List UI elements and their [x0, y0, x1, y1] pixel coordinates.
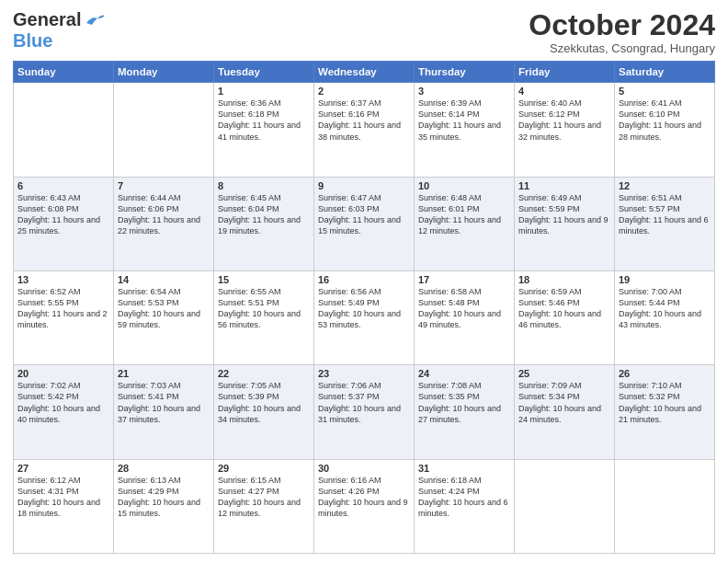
day-info: Sunrise: 6:43 AMSunset: 6:08 PMDaylight:…	[17, 192, 109, 237]
table-row: 29Sunrise: 6:15 AMSunset: 4:27 PMDayligh…	[214, 459, 314, 553]
col-saturday: Saturday	[615, 62, 715, 83]
day-number: 23	[318, 368, 410, 379]
calendar-week-row: 20Sunrise: 7:02 AMSunset: 5:42 PMDayligh…	[14, 365, 715, 459]
location-subtitle: Szekkutas, Csongrad, Hungary	[529, 41, 715, 55]
logo-text: GeneralBlue	[13, 9, 81, 52]
header: GeneralBlue October 2024 Szekkutas, Cson…	[13, 9, 715, 55]
table-row: 22Sunrise: 7:05 AMSunset: 5:39 PMDayligh…	[214, 365, 314, 459]
table-row: 21Sunrise: 7:03 AMSunset: 5:41 PMDayligh…	[114, 365, 214, 459]
table-row: 17Sunrise: 6:58 AMSunset: 5:48 PMDayligh…	[415, 270, 515, 364]
day-number: 10	[418, 180, 510, 191]
day-number: 1	[218, 86, 310, 97]
table-row: 15Sunrise: 6:55 AMSunset: 5:51 PMDayligh…	[214, 270, 314, 364]
day-number: 6	[17, 180, 109, 191]
day-info: Sunrise: 6:40 AMSunset: 6:12 PMDaylight:…	[518, 98, 610, 143]
day-info: Sunrise: 6:58 AMSunset: 5:48 PMDaylight:…	[418, 286, 510, 331]
table-row: 4Sunrise: 6:40 AMSunset: 6:12 PMDaylight…	[515, 83, 615, 177]
day-info: Sunrise: 6:54 AMSunset: 5:53 PMDaylight:…	[118, 286, 210, 331]
day-info: Sunrise: 6:49 AMSunset: 5:59 PMDaylight:…	[518, 192, 610, 237]
table-row	[515, 459, 615, 553]
day-info: Sunrise: 7:10 AMSunset: 5:32 PMDaylight:…	[619, 380, 711, 425]
day-info: Sunrise: 7:08 AMSunset: 5:35 PMDaylight:…	[418, 380, 510, 425]
day-number: 3	[418, 86, 510, 97]
day-number: 22	[218, 368, 310, 379]
table-row: 27Sunrise: 6:12 AMSunset: 4:31 PMDayligh…	[14, 459, 114, 553]
table-row: 28Sunrise: 6:13 AMSunset: 4:29 PMDayligh…	[114, 459, 214, 553]
table-row: 11Sunrise: 6:49 AMSunset: 5:59 PMDayligh…	[515, 177, 615, 270]
day-number: 4	[518, 86, 610, 97]
table-row	[114, 83, 214, 177]
title-section: October 2024 Szekkutas, Csongrad, Hungar…	[529, 9, 715, 55]
day-number: 29	[218, 463, 310, 474]
day-number: 31	[418, 463, 510, 474]
day-info: Sunrise: 6:39 AMSunset: 6:14 PMDaylight:…	[418, 98, 510, 143]
table-row: 5Sunrise: 6:41 AMSunset: 6:10 PMDaylight…	[615, 83, 715, 177]
day-info: Sunrise: 6:47 AMSunset: 6:03 PMDaylight:…	[318, 192, 410, 237]
month-title: October 2024	[529, 9, 715, 41]
table-row: 9Sunrise: 6:47 AMSunset: 6:03 PMDaylight…	[314, 177, 415, 270]
day-info: Sunrise: 7:06 AMSunset: 5:37 PMDaylight:…	[318, 380, 410, 425]
table-row: 6Sunrise: 6:43 AMSunset: 6:08 PMDaylight…	[14, 177, 114, 270]
day-info: Sunrise: 6:48 AMSunset: 6:01 PMDaylight:…	[418, 192, 510, 237]
calendar-week-row: 13Sunrise: 6:52 AMSunset: 5:55 PMDayligh…	[14, 270, 715, 364]
day-info: Sunrise: 6:16 AMSunset: 4:26 PMDaylight:…	[318, 475, 410, 520]
day-info: Sunrise: 7:09 AMSunset: 5:34 PMDaylight:…	[518, 380, 610, 425]
day-info: Sunrise: 6:12 AMSunset: 4:31 PMDaylight:…	[17, 475, 109, 520]
day-number: 24	[418, 368, 510, 379]
table-row: 10Sunrise: 6:48 AMSunset: 6:01 PMDayligh…	[415, 177, 515, 270]
col-thursday: Thursday	[415, 62, 515, 83]
day-info: Sunrise: 6:51 AMSunset: 5:57 PMDaylight:…	[619, 192, 711, 237]
day-number: 19	[619, 274, 711, 285]
table-row: 26Sunrise: 7:10 AMSunset: 5:32 PMDayligh…	[615, 365, 715, 459]
calendar-week-row: 6Sunrise: 6:43 AMSunset: 6:08 PMDaylight…	[14, 177, 715, 270]
day-number: 7	[118, 180, 210, 191]
day-number: 25	[518, 368, 610, 379]
table-row: 1Sunrise: 6:36 AMSunset: 6:18 PMDaylight…	[214, 83, 314, 177]
table-row: 8Sunrise: 6:45 AMSunset: 6:04 PMDaylight…	[214, 177, 314, 270]
table-row: 14Sunrise: 6:54 AMSunset: 5:53 PMDayligh…	[114, 270, 214, 364]
day-number: 5	[619, 86, 711, 97]
day-number: 2	[318, 86, 410, 97]
day-info: Sunrise: 7:05 AMSunset: 5:39 PMDaylight:…	[218, 380, 310, 425]
day-number: 26	[619, 368, 711, 379]
calendar-week-row: 27Sunrise: 6:12 AMSunset: 4:31 PMDayligh…	[14, 459, 715, 553]
col-friday: Friday	[515, 62, 615, 83]
day-number: 20	[17, 368, 109, 379]
day-info: Sunrise: 6:52 AMSunset: 5:55 PMDaylight:…	[17, 286, 109, 331]
day-info: Sunrise: 7:03 AMSunset: 5:41 PMDaylight:…	[118, 380, 210, 425]
calendar-header-row: Sunday Monday Tuesday Wednesday Thursday…	[14, 62, 715, 83]
table-row: 30Sunrise: 6:16 AMSunset: 4:26 PMDayligh…	[314, 459, 415, 553]
day-info: Sunrise: 6:55 AMSunset: 5:51 PMDaylight:…	[218, 286, 310, 331]
day-number: 16	[318, 274, 410, 285]
day-number: 14	[118, 274, 210, 285]
day-info: Sunrise: 6:13 AMSunset: 4:29 PMDaylight:…	[118, 475, 210, 520]
table-row	[615, 459, 715, 553]
day-number: 27	[17, 463, 109, 474]
logo: GeneralBlue	[13, 9, 105, 52]
day-info: Sunrise: 6:59 AMSunset: 5:46 PMDaylight:…	[518, 286, 610, 331]
table-row: 25Sunrise: 7:09 AMSunset: 5:34 PMDayligh…	[515, 365, 615, 459]
day-info: Sunrise: 6:36 AMSunset: 6:18 PMDaylight:…	[218, 98, 310, 143]
col-sunday: Sunday	[14, 62, 114, 83]
logo-bird-icon	[85, 14, 105, 30]
day-number: 21	[118, 368, 210, 379]
table-row: 16Sunrise: 6:56 AMSunset: 5:49 PMDayligh…	[314, 270, 415, 364]
day-number: 13	[17, 274, 109, 285]
day-info: Sunrise: 6:44 AMSunset: 6:06 PMDaylight:…	[118, 192, 210, 237]
day-info: Sunrise: 6:45 AMSunset: 6:04 PMDaylight:…	[218, 192, 310, 237]
day-info: Sunrise: 6:56 AMSunset: 5:49 PMDaylight:…	[318, 286, 410, 331]
table-row: 18Sunrise: 6:59 AMSunset: 5:46 PMDayligh…	[515, 270, 615, 364]
day-info: Sunrise: 7:02 AMSunset: 5:42 PMDaylight:…	[17, 380, 109, 425]
table-row: 24Sunrise: 7:08 AMSunset: 5:35 PMDayligh…	[415, 365, 515, 459]
day-number: 8	[218, 180, 310, 191]
table-row: 12Sunrise: 6:51 AMSunset: 5:57 PMDayligh…	[615, 177, 715, 270]
table-row: 2Sunrise: 6:37 AMSunset: 6:16 PMDaylight…	[314, 83, 415, 177]
calendar-table: Sunday Monday Tuesday Wednesday Thursday…	[13, 61, 715, 554]
day-number: 15	[218, 274, 310, 285]
calendar-week-row: 1Sunrise: 6:36 AMSunset: 6:18 PMDaylight…	[14, 83, 715, 177]
page: GeneralBlue October 2024 Szekkutas, Cson…	[0, 0, 728, 563]
col-wednesday: Wednesday	[314, 62, 415, 83]
day-info: Sunrise: 6:15 AMSunset: 4:27 PMDaylight:…	[218, 475, 310, 520]
day-number: 30	[318, 463, 410, 474]
day-number: 11	[518, 180, 610, 191]
